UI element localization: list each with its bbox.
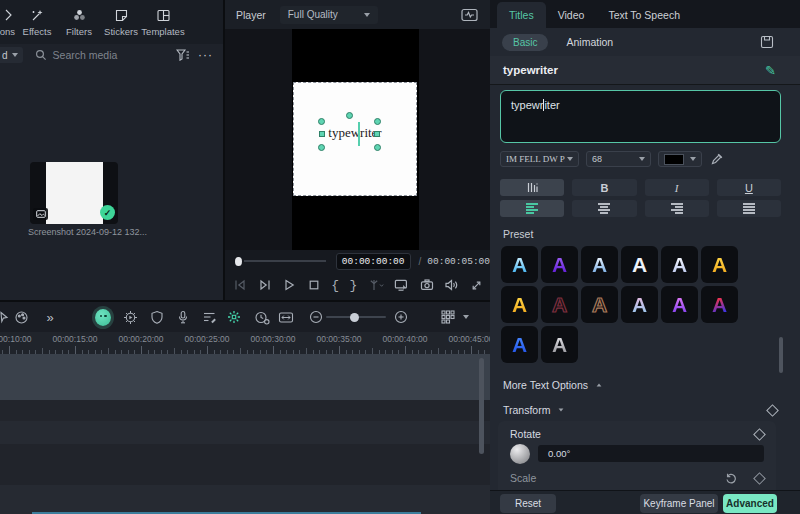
play-button[interactable] bbox=[282, 278, 296, 292]
rotation-handle[interactable] bbox=[346, 112, 353, 119]
preset-tile[interactable]: A bbox=[501, 286, 538, 323]
rotate-knob[interactable] bbox=[510, 444, 530, 464]
current-timecode[interactable]: 00:00:00:00 bbox=[336, 253, 411, 270]
zoom-slider[interactable] bbox=[326, 316, 386, 318]
stop-button[interactable] bbox=[307, 278, 321, 292]
rotate-keyframe-icon[interactable] bbox=[753, 428, 766, 441]
align-justify-button[interactable] bbox=[717, 200, 781, 217]
advanced-button[interactable]: Advanced bbox=[723, 494, 777, 513]
track-row[interactable] bbox=[0, 444, 490, 485]
handle-bottom-left[interactable] bbox=[318, 144, 325, 151]
playhead-handle[interactable] bbox=[235, 257, 242, 266]
tab-titles[interactable]: Titles bbox=[497, 2, 546, 28]
track-manager-icon[interactable] bbox=[440, 309, 456, 325]
pointer-icon[interactable] bbox=[0, 309, 11, 325]
preview-viewport[interactable]: typewriter bbox=[225, 29, 490, 250]
tab-text-to-speech[interactable]: Text To Speech bbox=[596, 2, 692, 28]
chevron-down-icon[interactable] bbox=[458, 309, 474, 325]
preset-tile[interactable]: A bbox=[621, 286, 658, 323]
subtab-basic[interactable]: Basic bbox=[502, 34, 548, 51]
scale-keyframe-icon[interactable] bbox=[753, 472, 766, 485]
handle-bottom-right[interactable] bbox=[374, 144, 381, 151]
render-preview-icon[interactable] bbox=[122, 309, 138, 325]
timeline-vertical-scrollbar[interactable] bbox=[479, 358, 484, 454]
more-tools-icon[interactable]: » bbox=[42, 309, 58, 325]
voiceover-mic-icon[interactable] bbox=[175, 309, 191, 325]
fit-timeline-icon[interactable] bbox=[278, 309, 294, 325]
handle-top-right[interactable] bbox=[374, 118, 381, 125]
zoom-out-icon[interactable] bbox=[308, 309, 324, 325]
text-input[interactable]: typewriter bbox=[500, 90, 781, 143]
underline-button[interactable]: U bbox=[717, 179, 781, 196]
preset-tile[interactable]: A bbox=[661, 286, 698, 323]
rotate-input[interactable]: 0.00° bbox=[538, 445, 764, 462]
mark-in-button[interactable]: { bbox=[331, 278, 339, 293]
save-preset-icon[interactable] bbox=[760, 35, 774, 49]
zoom-slider-handle[interactable] bbox=[350, 313, 359, 322]
text-texture-button[interactable] bbox=[500, 179, 564, 196]
subtab-animation[interactable]: Animation bbox=[566, 36, 613, 48]
undo-icon[interactable] bbox=[725, 472, 737, 484]
align-center-button[interactable] bbox=[572, 200, 636, 217]
more-text-options-row[interactable]: More Text Options bbox=[503, 379, 602, 391]
search-input[interactable]: Search media bbox=[53, 49, 176, 61]
quality-dropdown[interactable]: Full Quality bbox=[280, 6, 378, 24]
previous-frame-button[interactable] bbox=[233, 278, 247, 292]
tab-video[interactable]: Video bbox=[546, 2, 597, 28]
more-options-icon[interactable]: ··· bbox=[198, 48, 213, 62]
rename-pen-icon[interactable]: ✎ bbox=[765, 63, 776, 78]
text-color-dropdown[interactable] bbox=[658, 151, 702, 167]
handle-mid-left[interactable] bbox=[319, 131, 325, 137]
italic-button[interactable]: I bbox=[645, 179, 709, 196]
media-clip-thumbnail[interactable]: ✓ bbox=[30, 162, 118, 224]
preview-quality-icon[interactable] bbox=[461, 8, 478, 22]
handle-top-left[interactable] bbox=[318, 118, 325, 125]
font-family-dropdown[interactable]: IM FELL DW Pica bbox=[500, 151, 579, 167]
mute-button[interactable] bbox=[444, 278, 459, 292]
bold-button[interactable]: B bbox=[572, 179, 636, 196]
timeline-ruler[interactable]: 00:00:10:0000:00:15:0000:00:20:0000:00:2… bbox=[0, 332, 490, 355]
ai-assistant-icon[interactable] bbox=[95, 309, 111, 325]
reset-button[interactable]: Reset bbox=[500, 494, 556, 513]
sidebar-item-effects[interactable]: Effects bbox=[16, 0, 58, 37]
scrubber-track[interactable] bbox=[244, 260, 326, 262]
preset-tile[interactable]: A bbox=[501, 326, 538, 363]
preset-tile[interactable]: A bbox=[581, 286, 618, 323]
next-frame-button[interactable] bbox=[258, 278, 272, 292]
fullscreen-button[interactable] bbox=[470, 279, 483, 292]
sidebar-item-filters[interactable]: Filters bbox=[58, 0, 100, 37]
preset-tile[interactable]: A bbox=[541, 246, 578, 283]
track-row[interactable] bbox=[0, 354, 490, 400]
preset-tile[interactable]: A bbox=[541, 326, 578, 363]
split-button[interactable] bbox=[368, 278, 384, 292]
preset-tile[interactable]: A bbox=[701, 246, 738, 283]
timeline-tracks[interactable] bbox=[0, 354, 490, 514]
palette-icon[interactable] bbox=[13, 309, 29, 325]
sidebar-item-templates[interactable]: Templates bbox=[142, 0, 184, 37]
sidebar-item-stickers[interactable]: Stickers bbox=[100, 0, 142, 37]
track-row[interactable] bbox=[0, 400, 490, 421]
inspector-scrollbar[interactable] bbox=[779, 337, 783, 373]
mirror-display-button[interactable] bbox=[394, 278, 409, 292]
media-type-dropdown[interactable]: d bbox=[0, 47, 23, 63]
zoom-in-icon[interactable] bbox=[393, 309, 409, 325]
audio-mixer-icon[interactable] bbox=[201, 309, 217, 325]
preset-tile[interactable]: A bbox=[581, 246, 618, 283]
preset-tile[interactable]: A bbox=[621, 246, 658, 283]
snapshot-button[interactable] bbox=[420, 278, 434, 292]
track-row[interactable] bbox=[0, 421, 490, 444]
text-selection-box[interactable] bbox=[322, 122, 377, 147]
track-row[interactable] bbox=[0, 485, 490, 514]
preset-tile[interactable]: A bbox=[661, 246, 698, 283]
handle-mid-right[interactable] bbox=[374, 131, 380, 137]
sidebar-item-transitions[interactable]: tions bbox=[0, 0, 16, 37]
filter-icon[interactable] bbox=[176, 49, 190, 61]
preset-tile[interactable]: A bbox=[541, 286, 578, 323]
preset-tile[interactable]: A bbox=[501, 246, 538, 283]
mark-out-button[interactable]: } bbox=[349, 278, 357, 293]
eyedropper-icon[interactable] bbox=[711, 153, 723, 165]
align-right-button[interactable] bbox=[645, 200, 709, 217]
speed-icon[interactable] bbox=[254, 309, 270, 325]
transform-keyframe-icon[interactable] bbox=[766, 404, 779, 417]
font-size-dropdown[interactable]: 68 bbox=[586, 151, 651, 167]
